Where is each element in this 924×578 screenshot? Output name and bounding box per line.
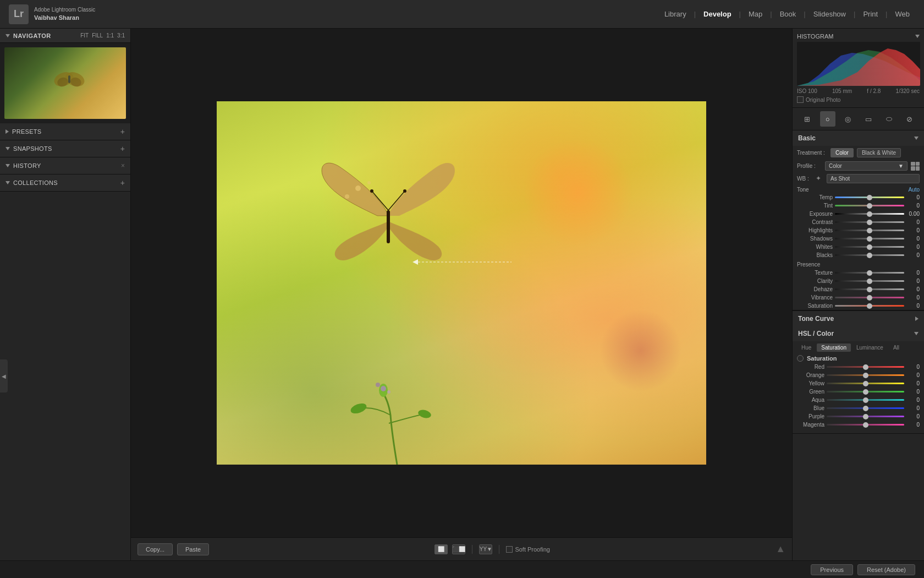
hsl-header[interactable]: HSL / Color xyxy=(793,326,924,341)
navigator-header[interactable]: Navigator FIT FILL 1:1 3:1 xyxy=(0,29,130,43)
presets-header[interactable]: Presets + xyxy=(0,123,130,140)
nav-web[interactable]: Web xyxy=(890,8,916,20)
navigator-image[interactable] xyxy=(4,47,126,119)
hsl-tab-all[interactable]: All xyxy=(889,343,904,352)
redeye-tool[interactable]: ◎ xyxy=(840,111,856,127)
vibrance-thumb[interactable] xyxy=(867,295,872,301)
purple-sat-slider[interactable] xyxy=(827,416,904,417)
left-panel-collapse-tab[interactable]: ◀ xyxy=(0,359,8,392)
temp-slider[interactable] xyxy=(835,197,904,198)
contrast-thumb[interactable] xyxy=(867,220,872,225)
spot-removal-tool[interactable]: ○ xyxy=(820,111,835,127)
nav-book[interactable]: Book xyxy=(774,8,802,20)
green-sat-thumb[interactable] xyxy=(863,389,868,395)
purple-sat-thumb[interactable] xyxy=(863,414,868,419)
tone-curve-title: Tone Curve xyxy=(798,315,834,323)
magenta-sat-slider[interactable] xyxy=(827,424,904,426)
highlights-slider[interactable] xyxy=(835,230,904,231)
view-single-button[interactable]: ⬜ xyxy=(435,544,448,554)
history-header[interactable]: History × xyxy=(0,157,130,174)
shadows-thumb[interactable] xyxy=(867,236,872,242)
nav-print[interactable]: Print xyxy=(857,8,883,20)
green-sat-value: 0 xyxy=(906,389,920,395)
graduated-filter-tool[interactable]: ▭ xyxy=(861,111,876,127)
tone-curve-header[interactable]: Tone Curve xyxy=(793,310,924,326)
wb-dropdown[interactable]: As Shot xyxy=(827,174,920,183)
aqua-sat-thumb[interactable] xyxy=(863,397,868,403)
profile-dropdown[interactable]: Color ▼ xyxy=(825,161,908,171)
tint-thumb[interactable] xyxy=(867,203,872,209)
hsl-tab-saturation[interactable]: Saturation xyxy=(817,343,851,352)
crop-tool[interactable]: ⊞ xyxy=(800,111,815,127)
blue-sat-slider[interactable] xyxy=(827,407,904,409)
nav-library[interactable]: Library xyxy=(659,8,692,20)
zoom-1to1[interactable]: 1:1 xyxy=(106,32,114,39)
zoom-fill[interactable]: FILL xyxy=(92,32,103,39)
reset-button[interactable]: Reset (Adobe) xyxy=(857,564,915,575)
contrast-slider[interactable] xyxy=(835,221,904,223)
soft-proofing-checkbox[interactable] xyxy=(506,546,513,553)
navigator-collapse-icon xyxy=(6,34,10,37)
yellow-sat-slider[interactable] xyxy=(827,383,904,384)
shadows-slider[interactable] xyxy=(835,238,904,239)
red-sat-thumb[interactable] xyxy=(863,364,868,370)
dehaze-thumb[interactable] xyxy=(867,287,872,292)
basic-header[interactable]: Basic xyxy=(793,130,924,146)
nav-map[interactable]: Map xyxy=(743,8,768,20)
blacks-slider[interactable] xyxy=(835,254,904,256)
saturation-target-circle[interactable] xyxy=(797,355,804,362)
magenta-sat-thumb[interactable] xyxy=(863,422,868,428)
texture-slider[interactable] xyxy=(835,272,904,274)
clarity-thumb[interactable] xyxy=(867,279,872,284)
snapshots-add-button[interactable]: + xyxy=(120,144,125,153)
exposure-thumb[interactable] xyxy=(867,211,872,217)
temp-thumb[interactable] xyxy=(867,195,872,200)
whites-thumb[interactable] xyxy=(867,244,872,250)
hsl-tab-hue[interactable]: Hue xyxy=(797,343,816,352)
profile-grid-icon[interactable] xyxy=(911,162,920,171)
vibrance-slider[interactable] xyxy=(835,297,904,298)
previous-button[interactable]: Previous xyxy=(811,564,853,575)
tone-auto-button[interactable]: Auto xyxy=(908,187,920,193)
history-close-button[interactable]: × xyxy=(121,162,125,170)
bw-treatment-button[interactable]: Black & White xyxy=(857,148,901,157)
whites-slider[interactable] xyxy=(835,246,904,248)
copy-button[interactable]: Copy... xyxy=(138,543,173,555)
photo-canvas[interactable] xyxy=(131,29,792,537)
wb-eyedropper-tool[interactable]: ✦ xyxy=(816,175,824,183)
saturation-thumb[interactable] xyxy=(867,303,872,309)
nav-slideshow[interactable]: Slideshow xyxy=(808,8,851,20)
zoom-fit[interactable]: FIT xyxy=(80,32,89,39)
red-sat-slider[interactable] xyxy=(827,366,904,368)
blue-sat-thumb[interactable] xyxy=(863,406,868,411)
collections-header[interactable]: Collections + xyxy=(0,175,130,191)
saturation-slider[interactable] xyxy=(835,305,904,307)
collections-add-button[interactable]: + xyxy=(120,178,125,187)
texture-thumb[interactable] xyxy=(867,270,872,276)
original-photo-checkbox[interactable] xyxy=(797,96,804,103)
green-sat-slider[interactable] xyxy=(827,391,904,392)
aqua-sat-slider[interactable] xyxy=(827,399,904,401)
orange-sat-thumb[interactable] xyxy=(863,373,868,378)
saturation-label: Saturation xyxy=(797,303,833,309)
snapshots-header[interactable]: Snapshots + xyxy=(0,140,130,157)
view-compare-button[interactable]: ⬛⬜ xyxy=(452,544,465,554)
filmstrip-toggle[interactable]: ▲ xyxy=(776,543,785,555)
radial-filter-tool[interactable]: ⬭ xyxy=(881,111,897,127)
presets-add-button[interactable]: + xyxy=(120,127,125,136)
dehaze-slider[interactable] xyxy=(835,288,904,290)
exposure-slider[interactable] xyxy=(835,213,904,215)
yellow-sat-thumb[interactable] xyxy=(863,381,868,386)
clarity-slider[interactable] xyxy=(835,280,904,282)
paste-button[interactable]: Paste xyxy=(177,543,209,555)
tint-slider[interactable] xyxy=(835,205,904,206)
highlights-thumb[interactable] xyxy=(867,228,872,233)
color-treatment-button[interactable]: Color xyxy=(831,148,854,157)
blacks-thumb[interactable] xyxy=(867,253,872,258)
view-date-button[interactable]: YY▼ xyxy=(479,544,492,554)
hsl-tab-luminance[interactable]: Luminance xyxy=(852,343,888,352)
adjustment-brush-tool[interactable]: ⊘ xyxy=(901,111,917,127)
zoom-3to1[interactable]: 3:1 xyxy=(117,32,125,39)
orange-sat-slider[interactable] xyxy=(827,374,904,376)
nav-develop[interactable]: Develop xyxy=(698,8,737,20)
